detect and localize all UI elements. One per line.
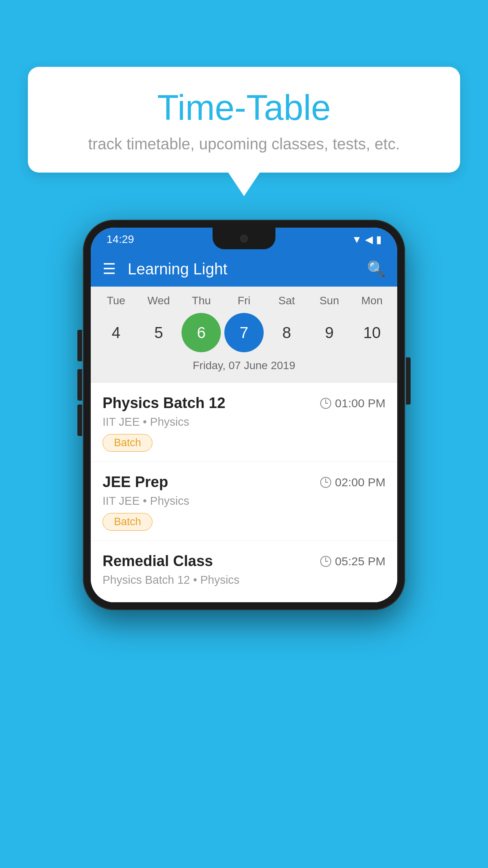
- hamburger-icon[interactable]: ☰: [103, 260, 116, 278]
- schedule-item-2-header: JEE Prep 02:00 PM: [103, 474, 385, 491]
- wifi-icon: ▼: [352, 234, 362, 246]
- day-header-mon: Mon: [352, 294, 392, 307]
- schedule-item-2[interactable]: JEE Prep 02:00 PM IIT JEE • Physics Batc…: [91, 462, 397, 541]
- app-bar: ☰ Learning Light 🔍: [91, 251, 397, 287]
- schedule-item-3[interactable]: Remedial Class 05:25 PM Physics Batch 12…: [91, 541, 397, 602]
- page-title: Time-Table: [51, 88, 437, 127]
- speech-bubble-card: Time-Table track timetable, upcoming cla…: [28, 67, 460, 173]
- day-header-tue: Tue: [96, 294, 136, 307]
- calendar-strip: Tue Wed Thu Fri Sat Sun Mon 4 5 6 7 8 9 …: [91, 287, 397, 383]
- clock-icon-1: [320, 398, 331, 409]
- schedule-list: Physics Batch 12 01:00 PM IIT JEE • Phys…: [91, 383, 397, 602]
- day-4[interactable]: 4: [96, 313, 136, 352]
- schedule-item-1-header: Physics Batch 12 01:00 PM: [103, 395, 385, 412]
- clock-icon-2: [320, 477, 331, 488]
- page-subtitle: track timetable, upcoming classes, tests…: [51, 135, 437, 153]
- camera-dot: [240, 235, 248, 243]
- day-5[interactable]: 5: [139, 313, 178, 352]
- schedule-item-3-time: 05:25 PM: [320, 555, 385, 568]
- phone-screen: 14:29 ▼ ◀ ▮ ☰ Learning Light 🔍 Tue: [91, 228, 397, 602]
- schedule-item-2-name: JEE Prep: [103, 474, 168, 491]
- day-6-today[interactable]: 6: [182, 313, 221, 352]
- schedule-item-1-tag: Batch: [103, 434, 152, 452]
- day-header-sat: Sat: [267, 294, 306, 307]
- phone-outer: 14:29 ▼ ◀ ▮ ☰ Learning Light 🔍 Tue: [83, 220, 405, 610]
- schedule-item-3-name: Remedial Class: [103, 553, 213, 570]
- notch: [213, 228, 275, 249]
- schedule-item-1-name: Physics Batch 12: [103, 395, 226, 412]
- day-header-sun: Sun: [310, 294, 349, 307]
- app-bar-title: Learning Light: [128, 260, 367, 278]
- schedule-item-3-header: Remedial Class 05:25 PM: [103, 553, 385, 570]
- selected-date-label: Friday, 07 June 2019: [91, 356, 397, 379]
- speech-bubble-section: Time-Table track timetable, upcoming cla…: [28, 67, 460, 196]
- day-9[interactable]: 9: [310, 313, 349, 352]
- schedule-item-1-subtitle: IIT JEE • Physics: [103, 416, 385, 428]
- day-10[interactable]: 10: [352, 313, 392, 352]
- schedule-item-2-tag: Batch: [103, 513, 152, 531]
- day-header-fri: Fri: [224, 294, 264, 307]
- day-headers: Tue Wed Thu Fri Sat Sun Mon: [91, 294, 397, 307]
- schedule-item-3-subtitle: Physics Batch 12 • Physics: [103, 574, 385, 587]
- signal-icon: ◀: [365, 234, 373, 246]
- battery-icon: ▮: [376, 234, 382, 246]
- day-8[interactable]: 8: [267, 313, 306, 352]
- schedule-item-1-time: 01:00 PM: [320, 397, 385, 410]
- schedule-item-1[interactable]: Physics Batch 12 01:00 PM IIT JEE • Phys…: [91, 383, 397, 462]
- search-icon[interactable]: 🔍: [367, 260, 385, 278]
- status-icons: ▼ ◀ ▮: [352, 234, 382, 246]
- status-time: 14:29: [106, 233, 134, 246]
- status-bar: 14:29 ▼ ◀ ▮: [91, 228, 397, 251]
- clock-icon-3: [320, 556, 331, 567]
- schedule-item-2-subtitle: IIT JEE • Physics: [103, 495, 385, 508]
- day-7-selected[interactable]: 7: [224, 313, 264, 352]
- phone-mockup: 14:29 ▼ ◀ ▮ ☰ Learning Light 🔍 Tue: [83, 220, 405, 610]
- schedule-item-2-time: 02:00 PM: [320, 476, 385, 489]
- day-header-thu: Thu: [182, 294, 221, 307]
- day-numbers: 4 5 6 7 8 9 10: [91, 307, 397, 356]
- day-header-wed: Wed: [139, 294, 178, 307]
- speech-bubble-arrow: [228, 173, 260, 196]
